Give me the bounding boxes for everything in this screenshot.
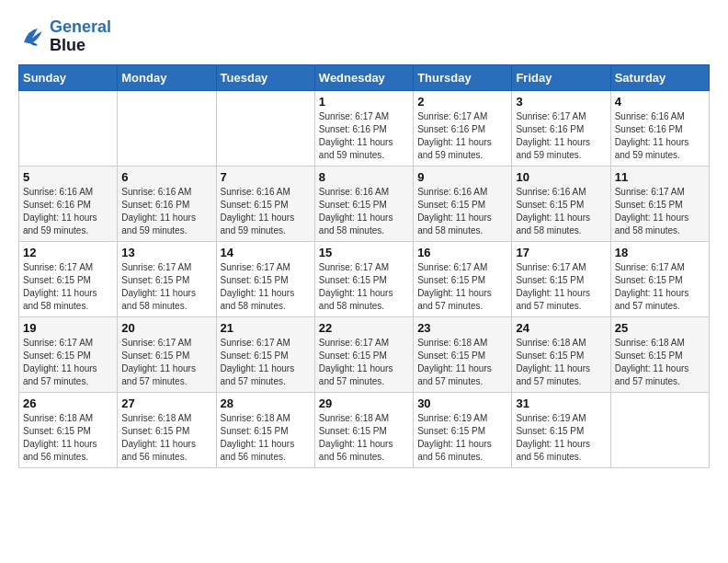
- day-info: Sunrise: 6:18 AM Sunset: 6:15 PM Dayligh…: [121, 412, 211, 464]
- day-number: 10: [516, 170, 606, 184]
- calendar-cell: 26Sunrise: 6:18 AM Sunset: 6:15 PM Dayli…: [19, 392, 118, 467]
- calendar-table: SundayMondayTuesdayWednesdayThursdayFrid…: [18, 64, 710, 468]
- day-number: 17: [516, 246, 606, 259]
- calendar-week-row: 5Sunrise: 6:16 AM Sunset: 6:16 PM Daylig…: [19, 166, 710, 241]
- day-number: 8: [319, 170, 409, 184]
- day-number: 6: [121, 170, 211, 184]
- calendar-cell: 12Sunrise: 6:17 AM Sunset: 6:15 PM Dayli…: [19, 241, 118, 316]
- day-info: Sunrise: 6:17 AM Sunset: 6:15 PM Dayligh…: [121, 337, 211, 388]
- calendar-cell: 18Sunrise: 6:17 AM Sunset: 6:15 PM Dayli…: [610, 241, 709, 316]
- day-info: Sunrise: 6:17 AM Sunset: 6:15 PM Dayligh…: [319, 337, 409, 388]
- calendar-cell: 6Sunrise: 6:16 AM Sunset: 6:16 PM Daylig…: [118, 166, 216, 241]
- day-info: Sunrise: 6:16 AM Sunset: 6:16 PM Dayligh…: [121, 186, 211, 237]
- calendar-cell: 28Sunrise: 6:18 AM Sunset: 6:15 PM Dayli…: [216, 392, 314, 467]
- day-number: 31: [516, 396, 606, 410]
- day-info: Sunrise: 6:17 AM Sunset: 6:16 PM Dayligh…: [516, 110, 606, 162]
- day-number: 19: [23, 321, 113, 335]
- day-info: Sunrise: 6:17 AM Sunset: 6:15 PM Dayligh…: [417, 261, 507, 313]
- day-info: Sunrise: 6:17 AM Sunset: 6:15 PM Dayligh…: [221, 261, 311, 313]
- weekday-header: Thursday: [414, 64, 512, 90]
- day-number: 23: [417, 321, 507, 335]
- day-number: 26: [23, 396, 113, 410]
- day-number: 22: [319, 321, 409, 335]
- calendar-cell: 20Sunrise: 6:17 AM Sunset: 6:15 PM Dayli…: [118, 316, 216, 392]
- calendar-cell: 23Sunrise: 6:18 AM Sunset: 6:15 PM Dayli…: [414, 316, 512, 392]
- calendar-cell: [610, 392, 709, 467]
- calendar-cell: 10Sunrise: 6:16 AM Sunset: 6:15 PM Dayli…: [512, 166, 610, 241]
- day-number: 12: [23, 246, 113, 259]
- page-header: General Blue: [18, 18, 710, 55]
- calendar-cell: 25Sunrise: 6:18 AM Sunset: 6:15 PM Dayli…: [610, 316, 709, 392]
- calendar-cell: 24Sunrise: 6:18 AM Sunset: 6:15 PM Dayli…: [512, 316, 610, 392]
- calendar-cell: 7Sunrise: 6:16 AM Sunset: 6:15 PM Daylig…: [216, 166, 314, 241]
- weekday-header: Sunday: [19, 64, 118, 90]
- day-number: 1: [319, 95, 409, 109]
- day-number: 14: [221, 246, 311, 259]
- day-number: 25: [615, 321, 705, 335]
- day-info: Sunrise: 6:17 AM Sunset: 6:15 PM Dayligh…: [23, 261, 113, 313]
- day-number: 27: [121, 396, 211, 410]
- day-number: 24: [516, 321, 606, 335]
- day-number: 16: [417, 246, 507, 259]
- calendar-cell: 14Sunrise: 6:17 AM Sunset: 6:15 PM Dayli…: [216, 241, 314, 316]
- day-number: 3: [516, 95, 606, 109]
- day-info: Sunrise: 6:17 AM Sunset: 6:15 PM Dayligh…: [23, 337, 113, 388]
- day-info: Sunrise: 6:18 AM Sunset: 6:15 PM Dayligh…: [221, 412, 311, 464]
- day-number: 30: [417, 396, 507, 410]
- calendar-cell: [118, 90, 216, 166]
- calendar-cell: 17Sunrise: 6:17 AM Sunset: 6:15 PM Dayli…: [512, 241, 610, 316]
- weekday-header: Tuesday: [216, 64, 314, 90]
- calendar-cell: 2Sunrise: 6:17 AM Sunset: 6:16 PM Daylig…: [414, 90, 512, 166]
- day-info: Sunrise: 6:19 AM Sunset: 6:15 PM Dayligh…: [417, 412, 507, 464]
- calendar-cell: [216, 90, 314, 166]
- day-info: Sunrise: 6:17 AM Sunset: 6:15 PM Dayligh…: [221, 337, 311, 388]
- day-number: 4: [615, 95, 705, 109]
- calendar-cell: 22Sunrise: 6:17 AM Sunset: 6:15 PM Dayli…: [314, 316, 413, 392]
- weekday-header: Friday: [512, 64, 610, 90]
- calendar-cell: 31Sunrise: 6:19 AM Sunset: 6:15 PM Dayli…: [512, 392, 610, 467]
- day-info: Sunrise: 6:18 AM Sunset: 6:15 PM Dayligh…: [615, 337, 705, 388]
- day-info: Sunrise: 6:16 AM Sunset: 6:15 PM Dayligh…: [319, 186, 409, 237]
- calendar-cell: 16Sunrise: 6:17 AM Sunset: 6:15 PM Dayli…: [414, 241, 512, 316]
- day-info: Sunrise: 6:17 AM Sunset: 6:15 PM Dayligh…: [615, 261, 705, 313]
- calendar-cell: 30Sunrise: 6:19 AM Sunset: 6:15 PM Dayli…: [414, 392, 512, 467]
- day-number: 20: [121, 321, 211, 335]
- calendar-cell: 19Sunrise: 6:17 AM Sunset: 6:15 PM Dayli…: [19, 316, 118, 392]
- calendar-cell: [19, 90, 118, 166]
- weekday-header: Saturday: [610, 64, 709, 90]
- calendar-cell: 27Sunrise: 6:18 AM Sunset: 6:15 PM Dayli…: [118, 392, 216, 467]
- day-info: Sunrise: 6:16 AM Sunset: 6:16 PM Dayligh…: [615, 110, 705, 162]
- day-info: Sunrise: 6:17 AM Sunset: 6:15 PM Dayligh…: [319, 261, 409, 313]
- calendar-cell: 9Sunrise: 6:16 AM Sunset: 6:15 PM Daylig…: [414, 166, 512, 241]
- day-info: Sunrise: 6:16 AM Sunset: 6:16 PM Dayligh…: [23, 186, 113, 237]
- day-number: 18: [615, 246, 705, 259]
- day-info: Sunrise: 6:18 AM Sunset: 6:15 PM Dayligh…: [319, 412, 409, 464]
- calendar-week-row: 12Sunrise: 6:17 AM Sunset: 6:15 PM Dayli…: [19, 241, 710, 316]
- calendar-week-row: 1Sunrise: 6:17 AM Sunset: 6:16 PM Daylig…: [19, 90, 710, 166]
- day-number: 13: [121, 246, 211, 259]
- day-info: Sunrise: 6:17 AM Sunset: 6:15 PM Dayligh…: [121, 261, 211, 313]
- calendar-cell: 8Sunrise: 6:16 AM Sunset: 6:15 PM Daylig…: [314, 166, 413, 241]
- calendar-cell: 3Sunrise: 6:17 AM Sunset: 6:16 PM Daylig…: [512, 90, 610, 166]
- day-info: Sunrise: 6:17 AM Sunset: 6:15 PM Dayligh…: [615, 186, 705, 237]
- day-number: 5: [23, 170, 113, 184]
- logo: General Blue: [18, 18, 111, 55]
- day-number: 29: [319, 396, 409, 410]
- day-info: Sunrise: 6:18 AM Sunset: 6:15 PM Dayligh…: [417, 337, 507, 388]
- day-info: Sunrise: 6:17 AM Sunset: 6:16 PM Dayligh…: [319, 110, 409, 162]
- day-info: Sunrise: 6:16 AM Sunset: 6:15 PM Dayligh…: [221, 186, 311, 237]
- calendar-cell: 13Sunrise: 6:17 AM Sunset: 6:15 PM Dayli…: [118, 241, 216, 316]
- calendar-cell: 5Sunrise: 6:16 AM Sunset: 6:16 PM Daylig…: [19, 166, 118, 241]
- day-info: Sunrise: 6:19 AM Sunset: 6:15 PM Dayligh…: [516, 412, 606, 464]
- day-number: 2: [417, 95, 507, 109]
- day-number: 15: [319, 246, 409, 259]
- calendar-week-row: 26Sunrise: 6:18 AM Sunset: 6:15 PM Dayli…: [19, 392, 710, 467]
- calendar-cell: 21Sunrise: 6:17 AM Sunset: 6:15 PM Dayli…: [216, 316, 314, 392]
- day-number: 9: [417, 170, 507, 184]
- day-info: Sunrise: 6:18 AM Sunset: 6:15 PM Dayligh…: [516, 337, 606, 388]
- day-info: Sunrise: 6:18 AM Sunset: 6:15 PM Dayligh…: [23, 412, 113, 464]
- logo-icon: [18, 23, 46, 51]
- calendar-cell: 4Sunrise: 6:16 AM Sunset: 6:16 PM Daylig…: [610, 90, 709, 166]
- day-number: 21: [221, 321, 311, 335]
- day-number: 11: [615, 170, 705, 184]
